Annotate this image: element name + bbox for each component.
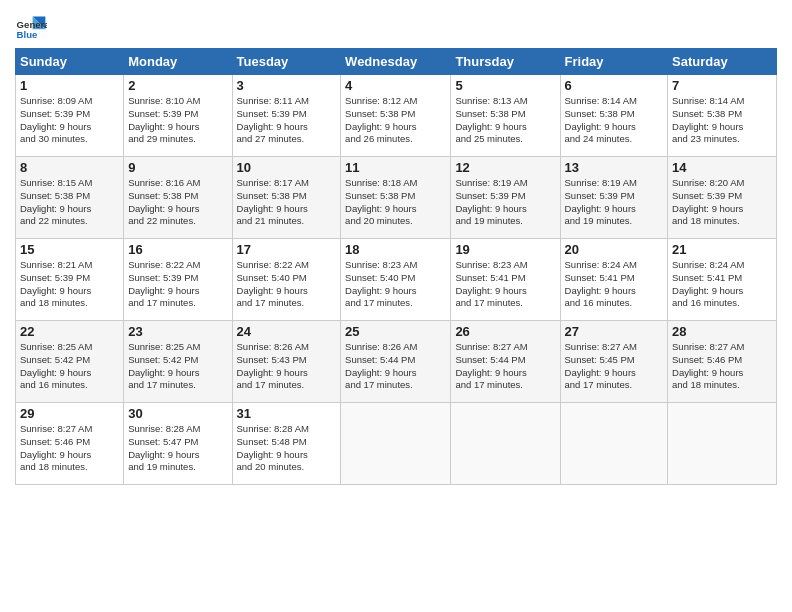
day-number: 3 [237,78,337,93]
day-number: 19 [455,242,555,257]
cell-content: Sunrise: 8:19 AM Sunset: 5:39 PM Dayligh… [565,177,664,228]
day-number: 13 [565,160,664,175]
cell-content: Sunrise: 8:26 AM Sunset: 5:43 PM Dayligh… [237,341,337,392]
calendar-cell: 13Sunrise: 8:19 AM Sunset: 5:39 PM Dayli… [560,157,668,239]
calendar-cell: 14Sunrise: 8:20 AM Sunset: 5:39 PM Dayli… [668,157,777,239]
calendar-cell: 29Sunrise: 8:27 AM Sunset: 5:46 PM Dayli… [16,403,124,485]
calendar-week-2: 8Sunrise: 8:15 AM Sunset: 5:38 PM Daylig… [16,157,777,239]
day-number: 8 [20,160,119,175]
cell-content: Sunrise: 8:16 AM Sunset: 5:38 PM Dayligh… [128,177,227,228]
day-number: 10 [237,160,337,175]
calendar-cell: 3Sunrise: 8:11 AM Sunset: 5:39 PM Daylig… [232,75,341,157]
day-number: 30 [128,406,227,421]
calendar-cell: 1Sunrise: 8:09 AM Sunset: 5:39 PM Daylig… [16,75,124,157]
day-number: 11 [345,160,446,175]
calendar-cell: 26Sunrise: 8:27 AM Sunset: 5:44 PM Dayli… [451,321,560,403]
cell-content: Sunrise: 8:26 AM Sunset: 5:44 PM Dayligh… [345,341,446,392]
calendar-cell: 4Sunrise: 8:12 AM Sunset: 5:38 PM Daylig… [341,75,451,157]
calendar-cell: 15Sunrise: 8:21 AM Sunset: 5:39 PM Dayli… [16,239,124,321]
cell-content: Sunrise: 8:17 AM Sunset: 5:38 PM Dayligh… [237,177,337,228]
day-header-sunday: Sunday [16,49,124,75]
cell-content: Sunrise: 8:24 AM Sunset: 5:41 PM Dayligh… [565,259,664,310]
cell-content: Sunrise: 8:21 AM Sunset: 5:39 PM Dayligh… [20,259,119,310]
day-number: 23 [128,324,227,339]
cell-content: Sunrise: 8:11 AM Sunset: 5:39 PM Dayligh… [237,95,337,146]
day-number: 21 [672,242,772,257]
day-number: 20 [565,242,664,257]
calendar-cell: 28Sunrise: 8:27 AM Sunset: 5:46 PM Dayli… [668,321,777,403]
day-header-thursday: Thursday [451,49,560,75]
day-number: 18 [345,242,446,257]
cell-content: Sunrise: 8:22 AM Sunset: 5:40 PM Dayligh… [237,259,337,310]
cell-content: Sunrise: 8:28 AM Sunset: 5:48 PM Dayligh… [237,423,337,474]
calendar-cell: 21Sunrise: 8:24 AM Sunset: 5:41 PM Dayli… [668,239,777,321]
calendar-cell: 9Sunrise: 8:16 AM Sunset: 5:38 PM Daylig… [124,157,232,239]
calendar-week-3: 15Sunrise: 8:21 AM Sunset: 5:39 PM Dayli… [16,239,777,321]
day-number: 31 [237,406,337,421]
svg-text:General: General [17,19,47,30]
cell-content: Sunrise: 8:14 AM Sunset: 5:38 PM Dayligh… [565,95,664,146]
calendar-cell: 22Sunrise: 8:25 AM Sunset: 5:42 PM Dayli… [16,321,124,403]
day-header-saturday: Saturday [668,49,777,75]
cell-content: Sunrise: 8:15 AM Sunset: 5:38 PM Dayligh… [20,177,119,228]
day-number: 16 [128,242,227,257]
day-number: 1 [20,78,119,93]
day-number: 4 [345,78,446,93]
cell-content: Sunrise: 8:27 AM Sunset: 5:46 PM Dayligh… [672,341,772,392]
day-number: 7 [672,78,772,93]
day-number: 6 [565,78,664,93]
calendar-cell: 30Sunrise: 8:28 AM Sunset: 5:47 PM Dayli… [124,403,232,485]
cell-content: Sunrise: 8:20 AM Sunset: 5:39 PM Dayligh… [672,177,772,228]
day-header-wednesday: Wednesday [341,49,451,75]
calendar-cell: 5Sunrise: 8:13 AM Sunset: 5:38 PM Daylig… [451,75,560,157]
cell-content: Sunrise: 8:27 AM Sunset: 5:46 PM Dayligh… [20,423,119,474]
day-number: 14 [672,160,772,175]
calendar-cell [341,403,451,485]
day-number: 17 [237,242,337,257]
day-number: 26 [455,324,555,339]
day-number: 15 [20,242,119,257]
calendar-cell [668,403,777,485]
calendar-cell: 23Sunrise: 8:25 AM Sunset: 5:42 PM Dayli… [124,321,232,403]
cell-content: Sunrise: 8:23 AM Sunset: 5:41 PM Dayligh… [455,259,555,310]
day-number: 25 [345,324,446,339]
cell-content: Sunrise: 8:09 AM Sunset: 5:39 PM Dayligh… [20,95,119,146]
day-number: 24 [237,324,337,339]
logo: General Blue [15,10,47,42]
calendar-table: SundayMondayTuesdayWednesdayThursdayFrid… [15,48,777,485]
cell-content: Sunrise: 8:24 AM Sunset: 5:41 PM Dayligh… [672,259,772,310]
cell-content: Sunrise: 8:28 AM Sunset: 5:47 PM Dayligh… [128,423,227,474]
cell-content: Sunrise: 8:27 AM Sunset: 5:45 PM Dayligh… [565,341,664,392]
day-header-tuesday: Tuesday [232,49,341,75]
calendar-cell: 11Sunrise: 8:18 AM Sunset: 5:38 PM Dayli… [341,157,451,239]
calendar-week-1: 1Sunrise: 8:09 AM Sunset: 5:39 PM Daylig… [16,75,777,157]
calendar-header-row: SundayMondayTuesdayWednesdayThursdayFrid… [16,49,777,75]
cell-content: Sunrise: 8:23 AM Sunset: 5:40 PM Dayligh… [345,259,446,310]
calendar-cell: 27Sunrise: 8:27 AM Sunset: 5:45 PM Dayli… [560,321,668,403]
day-number: 12 [455,160,555,175]
calendar-cell: 8Sunrise: 8:15 AM Sunset: 5:38 PM Daylig… [16,157,124,239]
calendar-cell: 12Sunrise: 8:19 AM Sunset: 5:39 PM Dayli… [451,157,560,239]
cell-content: Sunrise: 8:18 AM Sunset: 5:38 PM Dayligh… [345,177,446,228]
calendar-cell: 31Sunrise: 8:28 AM Sunset: 5:48 PM Dayli… [232,403,341,485]
calendar-cell: 18Sunrise: 8:23 AM Sunset: 5:40 PM Dayli… [341,239,451,321]
calendar-cell: 7Sunrise: 8:14 AM Sunset: 5:38 PM Daylig… [668,75,777,157]
calendar-cell: 24Sunrise: 8:26 AM Sunset: 5:43 PM Dayli… [232,321,341,403]
day-header-friday: Friday [560,49,668,75]
cell-content: Sunrise: 8:25 AM Sunset: 5:42 PM Dayligh… [128,341,227,392]
day-number: 5 [455,78,555,93]
calendar-cell: 17Sunrise: 8:22 AM Sunset: 5:40 PM Dayli… [232,239,341,321]
cell-content: Sunrise: 8:14 AM Sunset: 5:38 PM Dayligh… [672,95,772,146]
calendar-cell [560,403,668,485]
header: General Blue [15,10,777,42]
day-number: 27 [565,324,664,339]
calendar-cell: 2Sunrise: 8:10 AM Sunset: 5:39 PM Daylig… [124,75,232,157]
calendar-week-4: 22Sunrise: 8:25 AM Sunset: 5:42 PM Dayli… [16,321,777,403]
cell-content: Sunrise: 8:27 AM Sunset: 5:44 PM Dayligh… [455,341,555,392]
cell-content: Sunrise: 8:22 AM Sunset: 5:39 PM Dayligh… [128,259,227,310]
calendar-cell: 19Sunrise: 8:23 AM Sunset: 5:41 PM Dayli… [451,239,560,321]
day-number: 2 [128,78,227,93]
calendar-cell: 6Sunrise: 8:14 AM Sunset: 5:38 PM Daylig… [560,75,668,157]
day-number: 22 [20,324,119,339]
logo-icon: General Blue [15,10,47,42]
